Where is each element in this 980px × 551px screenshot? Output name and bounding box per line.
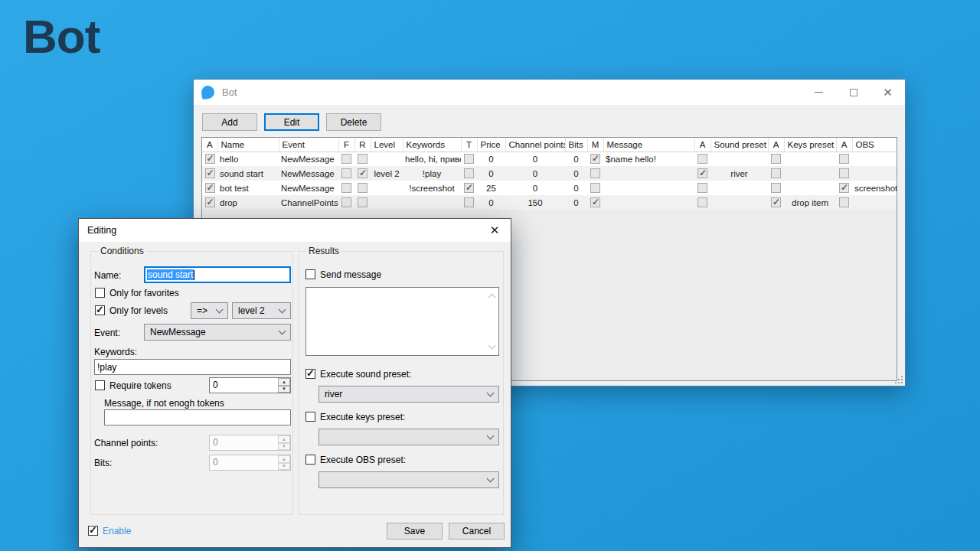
tokens-message-input[interactable]	[104, 409, 291, 425]
table-row[interactable]: sound start NewMessage level 2 !play 0 0…	[202, 166, 897, 181]
cell-sound-preset[interactable]	[710, 195, 768, 210]
column-header-m[interactable]: M	[587, 138, 603, 152]
cell-bits[interactable]: 0	[565, 152, 587, 166]
cell-name[interactable]: sound start	[217, 166, 279, 181]
cell-event[interactable]: NewMessage	[279, 166, 338, 181]
textarea-scrollbar[interactable]	[486, 289, 498, 354]
cell-active[interactable]	[202, 152, 217, 166]
minimize-button[interactable]	[802, 80, 836, 105]
checkbox[interactable]	[771, 183, 781, 193]
cell-price[interactable]: 25	[477, 181, 505, 195]
column-header-channel-points[interactable]: Channel points	[505, 138, 565, 152]
cell-event[interactable]: NewMessage	[279, 181, 338, 195]
checkbox[interactable]	[464, 197, 474, 207]
only-levels-checkbox[interactable]	[95, 305, 105, 315]
cell-f[interactable]	[338, 181, 354, 195]
cell-a4[interactable]	[836, 152, 852, 166]
cell-channel-points[interactable]: 150	[505, 195, 565, 210]
column-header-keys-preset[interactable]: Keys preset	[784, 138, 836, 152]
column-header-a4[interactable]: A	[836, 138, 852, 152]
keywords-input[interactable]: !play	[94, 359, 291, 375]
cell-a2[interactable]	[694, 152, 710, 166]
checkbox[interactable]	[839, 183, 849, 193]
cell-a2[interactable]	[694, 195, 710, 210]
cell-keywords[interactable]: hello, hi, привет	[403, 152, 461, 166]
delete-button[interactable]: Delete	[326, 113, 381, 131]
cell-keywords[interactable]: !screenshot	[403, 181, 461, 195]
save-button[interactable]: Save	[387, 523, 443, 540]
cell-f[interactable]	[338, 152, 354, 166]
cell-t[interactable]	[461, 195, 477, 210]
require-tokens-stepper[interactable]: 0 ▲ ▼	[209, 377, 291, 393]
main-window-titlebar[interactable]: Bot ✕	[194, 80, 905, 105]
checkbox[interactable]	[697, 183, 707, 193]
cell-m[interactable]	[587, 152, 603, 166]
column-header-r[interactable]: R	[354, 138, 371, 152]
cell-a3[interactable]	[768, 152, 784, 166]
cell-m[interactable]	[587, 195, 603, 210]
checkbox[interactable]	[839, 154, 849, 164]
checkbox[interactable]	[341, 154, 351, 164]
cell-keywords[interactable]: !play	[403, 166, 461, 181]
cell-a2[interactable]	[694, 181, 710, 195]
cell-channel-points[interactable]: 0	[505, 152, 565, 166]
cell-message[interactable]: $name hello!	[603, 152, 694, 166]
checkbox[interactable]	[205, 183, 215, 193]
cell-sound-preset[interactable]	[710, 181, 768, 195]
column-header-t[interactable]: T	[461, 138, 477, 152]
cell-keys-preset[interactable]	[784, 152, 836, 166]
cell-level[interactable]	[371, 181, 403, 195]
enable-label[interactable]: Enable	[103, 526, 131, 536]
execute-keys-preset-checkbox[interactable]	[305, 412, 315, 422]
checkbox[interactable]	[697, 168, 707, 178]
checkbox[interactable]	[771, 197, 781, 207]
cell-m[interactable]	[587, 166, 603, 181]
send-message-label[interactable]: Send message	[320, 269, 381, 280]
name-input[interactable]: sound start	[144, 266, 291, 283]
dialog-close-button[interactable]: ✕	[479, 219, 511, 242]
cell-keywords[interactable]	[403, 195, 461, 210]
checkbox[interactable]	[839, 168, 849, 178]
checkbox[interactable]	[464, 183, 474, 193]
cell-r[interactable]	[354, 152, 371, 166]
message-textarea[interactable]	[305, 287, 499, 356]
cell-obs[interactable]	[852, 195, 897, 210]
column-header-bits[interactable]: Bits	[565, 138, 587, 152]
cell-f[interactable]	[338, 195, 354, 210]
cell-a3[interactable]	[768, 181, 784, 195]
execute-keys-preset-label[interactable]: Execute keys preset:	[320, 412, 405, 422]
enable-checkbox[interactable]	[88, 526, 98, 536]
cell-event[interactable]: NewMessage	[279, 152, 338, 166]
cell-sound-preset[interactable]: river	[710, 166, 768, 181]
cell-a4[interactable]	[836, 195, 852, 210]
column-header-a2[interactable]: A	[694, 138, 710, 152]
cell-a3[interactable]	[768, 166, 784, 181]
checkbox[interactable]	[590, 168, 600, 178]
cancel-button[interactable]: Cancel	[449, 523, 505, 540]
table-row[interactable]: drop ChannelPoints 0 150 0 drop item	[202, 195, 897, 210]
cell-price[interactable]: 0	[477, 166, 505, 181]
cell-keys-preset[interactable]	[784, 181, 836, 195]
table-row[interactable]: hello NewMessage hello, hi, привет 0 0 0…	[202, 152, 897, 166]
cell-t[interactable]	[461, 152, 477, 166]
column-header-active[interactable]: A	[202, 138, 217, 152]
column-header-a3[interactable]: A	[768, 138, 784, 152]
stepper-down-icon[interactable]: ▼	[278, 386, 290, 393]
column-header-obs[interactable]: OBS	[852, 138, 897, 152]
cell-r[interactable]	[354, 166, 371, 181]
cell-active[interactable]	[202, 166, 217, 181]
cell-bits[interactable]: 0	[565, 195, 587, 210]
cell-f[interactable]	[338, 166, 354, 181]
cell-keys-preset[interactable]: drop item	[784, 195, 836, 210]
cell-name[interactable]: drop	[217, 195, 279, 210]
keys-preset-select[interactable]	[318, 429, 499, 445]
dialog-titlebar[interactable]: Editing ✕	[79, 219, 511, 242]
checkbox[interactable]	[358, 183, 368, 193]
checkbox[interactable]	[590, 154, 600, 164]
execute-sound-preset-checkbox[interactable]	[305, 369, 315, 379]
maximize-button[interactable]	[836, 80, 871, 105]
cell-channel-points[interactable]: 0	[505, 166, 565, 181]
cell-channel-points[interactable]: 0	[505, 181, 565, 195]
cell-a3[interactable]	[768, 195, 784, 210]
column-header-level[interactable]: Level	[371, 138, 403, 152]
